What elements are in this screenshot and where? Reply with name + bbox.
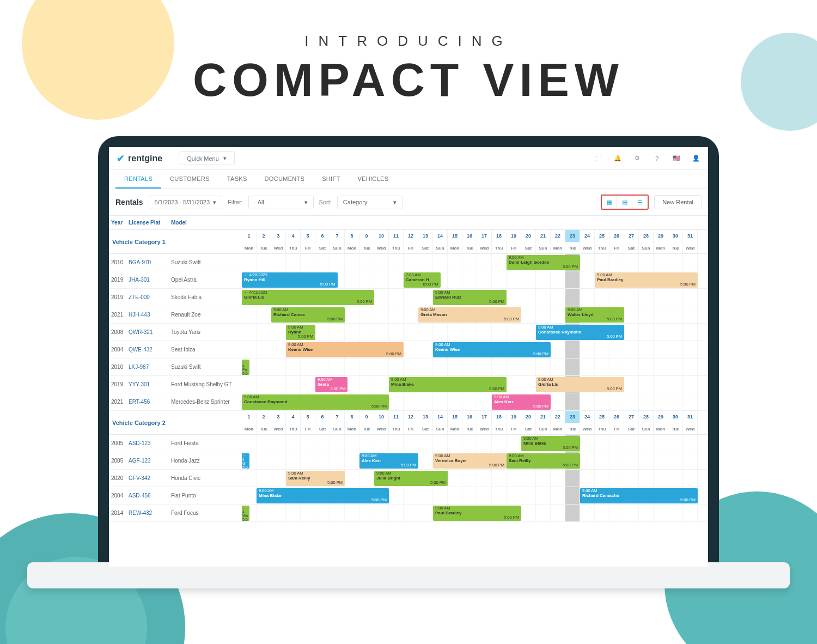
rental-bar[interactable]: 9:00 AMMina Blake5:00 PM — [389, 377, 507, 392]
dow-header: Tue — [359, 423, 374, 435]
gantt-grid[interactable]: YearLicense PlatModelVehicle Category 12… — [109, 216, 708, 567]
expand-icon[interactable]: ⛶ — [594, 154, 602, 163]
rental-bar[interactable]: 7:00 AMCameron H6:00 PM — [404, 272, 441, 288]
day-header: 23 — [565, 411, 580, 423]
day-header: 15 — [448, 230, 462, 242]
rental-bar[interactable]: 9:00 AMConstance Raymond5:00 PM — [242, 394, 389, 410]
rental-bar[interactable]: 9:00 AMMina Blake5:00 PM — [521, 436, 580, 451]
timeline-row: 9:00 AMRichard Camac5:00 PM9:00 AMGreta … — [242, 306, 708, 324]
quick-menu-dropdown[interactable]: Quick Menu ▾ — [179, 151, 235, 165]
dow-header: Sun — [639, 242, 654, 254]
rental-stub[interactable]: ← 4Wa5:0 — [242, 506, 249, 521]
vehicle-row[interactable]: 2004QWE-432Seat Ibiza — [109, 341, 242, 359]
vehicle-row[interactable]: 2019YYY-301Ford Mustang Shelby GT — [109, 376, 242, 393]
vehicle-row[interactable]: 2005AGF-123Honda Jazz — [109, 452, 242, 470]
col-plate[interactable]: License Plat — [129, 220, 171, 226]
timeline-row: 9:00 AMGreta5:00 PM9:00 AMMina Blake5:00… — [242, 376, 708, 393]
tab-shift[interactable]: SHIFT — [313, 170, 349, 189]
col-year[interactable]: Year — [109, 220, 129, 226]
category-row[interactable]: Vehicle Category 1 — [109, 230, 242, 254]
rental-bar[interactable]: 9:00 AMRichard Camacho5:00 PM — [580, 488, 698, 503]
dow-header: Wed — [477, 423, 492, 435]
day-header: 28 — [639, 411, 654, 423]
view-grid-small-icon[interactable]: ▤ — [617, 196, 632, 209]
rental-bar[interactable]: 9:00 AMGreta5:00 PM — [315, 377, 347, 392]
bell-icon[interactable]: 🔔 — [613, 154, 622, 163]
day-header: 11 — [389, 230, 404, 242]
dow-header: Mon — [345, 242, 359, 254]
vehicle-row[interactable]: 2010LKJ-987Suzuki Swift — [109, 359, 242, 376]
day-header: 4 — [286, 230, 301, 242]
vehicle-row[interactable]: 2019JHA-301Opel Astra — [109, 271, 242, 289]
day-header: 9 — [359, 411, 374, 423]
vehicle-row[interactable]: 2004ASD-456Fiat Punto — [109, 487, 242, 505]
user-icon[interactable]: 👤 — [692, 154, 700, 163]
dow-header: Wed — [580, 423, 595, 435]
rental-bar[interactable]: 9:00 AMSam Reilly5:00 PM — [286, 471, 345, 486]
vehicle-row[interactable]: 2010BGA-970Suzuki Swift — [109, 254, 242, 271]
date-range-picker[interactable]: 5/1/2023 - 5/31/2023 ▾ — [149, 196, 223, 209]
dow-header: Fri — [609, 423, 624, 435]
vehicle-row[interactable]: 2005ASD-123Ford Fiesta — [109, 435, 242, 452]
category-row[interactable]: Vehicle Category 2 — [109, 411, 242, 435]
rental-bar[interactable]: 9:00 AMKeanu Wise5:00 PM — [286, 342, 404, 357]
day-header: 17 — [477, 230, 492, 242]
rental-bar[interactable]: 9:00 AMWalter Lloyd5:00 PM — [565, 307, 624, 323]
rental-bar[interactable]: 9:00 AMDemi-Leigh Gordon5:00 PM — [507, 255, 580, 270]
sort-dropdown[interactable]: Category ▾ — [337, 196, 403, 209]
help-icon[interactable]: ? — [653, 154, 661, 163]
rental-bar[interactable]: 9:00 AMMina Blake5:00 PM — [257, 488, 389, 503]
gear-icon[interactable]: ⚙ — [633, 154, 642, 163]
dow-header: Fri — [507, 423, 521, 435]
tab-vehicles[interactable]: VEHICLES — [349, 170, 397, 189]
timeline-row: 9:00 AMKeanu Wise5:00 PM9:00 AMKeanu Wis… — [242, 341, 708, 359]
logo[interactable]: ✔ rentgine — [117, 153, 162, 165]
tab-documents[interactable]: DOCUMENTS — [256, 170, 314, 189]
tab-customers[interactable]: CUSTOMERS — [161, 170, 218, 189]
rental-bar[interactable]: 9:00 AMEdward Ruiz5:00 PM — [433, 290, 507, 305]
rental-bar[interactable]: 9:00 AMVeronica Boyer5:00 PM — [433, 453, 507, 469]
rental-bar[interactable]: 9:00 AMConstance Raymond5:00 PM — [536, 325, 624, 340]
vehicle-row[interactable]: 2021ERT-456Mercedes-Benz Sprinter — [109, 393, 242, 411]
day-header: 30 — [668, 411, 683, 423]
rental-bar[interactable]: 9:00 AMKeanu Wise5:00 PM — [433, 342, 551, 357]
col-model[interactable]: Model — [171, 220, 242, 226]
dow-header: Mon — [448, 423, 462, 435]
vehicle-row[interactable]: 2008QWR-321Toyota Yaris — [109, 324, 242, 341]
rental-bar[interactable]: 9:00 AMSam Reilly5:00 PM — [507, 453, 580, 469]
rental-bar[interactable]: ← 4/21/2023Gloria Liu5:00 PM — [242, 290, 374, 305]
hero-title: COMPACT VIEW — [0, 53, 817, 107]
view-list-icon[interactable]: ☰ — [632, 196, 648, 209]
tab-rentals[interactable]: RENTALS — [115, 170, 161, 189]
rental-bar[interactable]: 9:00 AMJulia Bright5:00 PM — [374, 471, 448, 486]
vehicle-row[interactable]: 2020GFV-342Honda Civic — [109, 470, 242, 487]
dow-header: Wed — [683, 242, 698, 254]
new-rental-button[interactable]: New Rental — [654, 195, 702, 209]
day-header: 5 — [301, 411, 315, 423]
rental-bar[interactable]: 9:00 AMGloria Liu5:00 PM — [536, 377, 624, 392]
timeline-row: 9:00 AMRyann5:00 PM9:00 AMConstance Raym… — [242, 324, 708, 341]
day-header: 21 — [536, 230, 551, 242]
rental-bar[interactable]: 9:00 AMRyann5:00 PM — [286, 325, 315, 340]
rental-bar[interactable]: ← 4/28/2023Ryann Hill5:00 PM — [242, 272, 338, 288]
dow-header: Wed — [374, 423, 389, 435]
rental-bar[interactable]: 9:00 AMGreta Mason5:00 PM — [418, 307, 521, 323]
day-header: 19 — [507, 230, 521, 242]
rental-bar[interactable]: 9:00 AMPaul Bradley5:00 PM — [433, 506, 521, 521]
rental-bar[interactable]: 9:00 AMAlex Kerr5:00 PM — [359, 453, 418, 469]
dow-header: Thu — [492, 242, 507, 254]
rental-bar[interactable]: 9:00 AMRichard Camac5:00 PM — [271, 307, 345, 323]
rental-stub[interactable]: ← 4Gr5:0 — [242, 453, 249, 469]
dow-header: Sun — [330, 242, 345, 254]
day-header: 16 — [462, 411, 477, 423]
view-grid-large-icon[interactable]: ▦ — [602, 196, 617, 209]
flag-icon[interactable]: 🇺🇸 — [672, 154, 681, 163]
rental-stub[interactable]: ← 4Pa5:0 — [242, 360, 249, 375]
tab-tasks[interactable]: TASKS — [218, 170, 256, 189]
rental-bar[interactable]: 9:00 AMAlex Kerr5:00 PM — [492, 394, 551, 410]
rental-bar[interactable]: 9:00 AMPaul Bradley5:00 PM — [595, 272, 698, 288]
vehicle-row[interactable]: 2019ZTE-000Skoda Fabia — [109, 289, 242, 306]
vehicle-row[interactable]: 2014REW-432Ford Focus — [109, 505, 242, 522]
filter-dropdown[interactable]: - All - ▾ — [248, 196, 314, 209]
vehicle-row[interactable]: 2021HJH-443Renault Zoe — [109, 306, 242, 324]
